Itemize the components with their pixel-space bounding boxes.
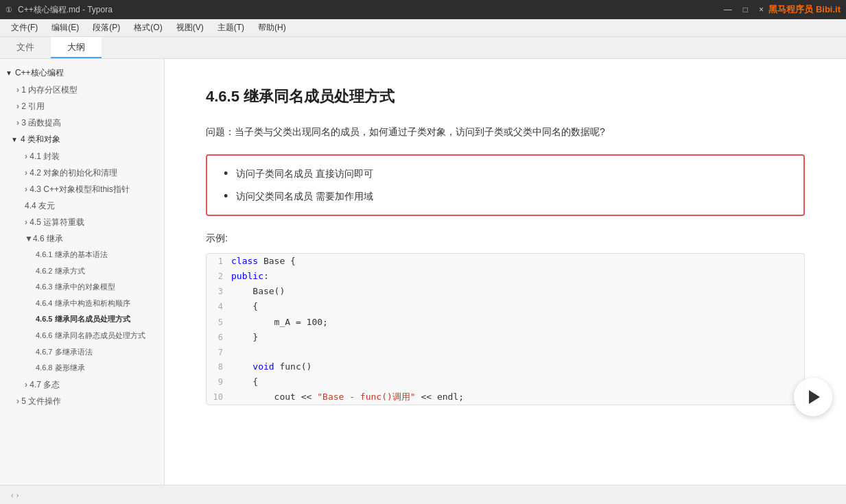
line-content-5: m_A = 100; <box>231 315 328 330</box>
label-3: 3 函数提高 <box>21 118 61 128</box>
titlebar-controls: — □ × <box>724 5 764 14</box>
code-line-1: 1 class Base { <box>207 254 804 269</box>
minimize-button[interactable]: — <box>724 5 732 14</box>
label-2: 2 引用 <box>21 101 45 111</box>
sidebar-item-4-6-7[interactable]: 4.6.7 多继承语法 <box>0 344 164 361</box>
code-line-9: 9 { <box>207 374 804 389</box>
line-content-1: class Base { <box>231 254 296 269</box>
question-text: 问题：当子类与父类出现同名的成员，如何通过子类对象，访问到子类或父类中同名的数据… <box>206 123 805 141</box>
titlebar: ① C++核心编程.md - Typora — □ × 黑马程序员 Bibi.i… <box>0 0 846 19</box>
line-content-10: cout << "Base - func()调用" << endl; <box>231 389 464 405</box>
code-line-8: 8 void func() <box>207 359 804 374</box>
label-4-1: 4.1 封装 <box>30 152 60 161</box>
code-line-7: 7 <box>207 345 804 359</box>
sidebar-item-4-6-6[interactable]: 4.6.6 继承同名静态成员处理方式 <box>0 328 164 344</box>
sidebar-item-4-7[interactable]: › 4.7 多态 <box>0 376 164 393</box>
code-line-10: 10 cout << "Base - func()调用" << endl; <box>207 389 804 405</box>
sidebar: ▼ C++核心编程 › 1 内存分区模型 › 2 引用 › 3 函数提高 ▼ <box>0 59 165 485</box>
bullet-text-1: 访问子类同名成员 直接访问即可 <box>236 168 373 180</box>
sidebar-item-4-3[interactable]: › 4.3 C++对象模型和this指针 <box>0 181 164 197</box>
line-num-6: 6 <box>207 330 231 344</box>
menu-paragraph[interactable]: 段落(P) <box>87 21 126 35</box>
menu-edit[interactable]: 编辑(E) <box>46 21 84 35</box>
sidebar-item-4-6[interactable]: ▼ 4.6 继承 <box>0 230 164 247</box>
label-4-7: 4.7 多态 <box>30 380 60 389</box>
menu-help[interactable]: 帮助(H) <box>252 21 292 35</box>
sidebar-wrapper: ▼ C++核心编程 › 1 内存分区模型 › 2 引用 › 3 函数提高 ▼ <box>0 59 165 485</box>
root-arrow: ▼ <box>5 69 12 77</box>
sidebar-item-4-5[interactable]: › 4.5 运算符重载 <box>0 214 164 230</box>
sidebar-item-3[interactable]: › 3 函数提高 <box>0 115 164 131</box>
bullet-text-2: 访问父类同名成员 需要加作用域 <box>236 191 373 203</box>
line-num-4: 4 <box>207 299 231 313</box>
label-4-6: 4.6 继承 <box>33 232 63 245</box>
sidebar-item-4-6-1[interactable]: 4.6.1 继承的基本语法 <box>0 247 164 263</box>
sidebar-root-label: C++核心编程 <box>15 67 64 79</box>
sidebar-item-4-6-2[interactable]: 4.6.2 继承方式 <box>0 263 164 280</box>
label-5: 5 文件操作 <box>21 396 61 406</box>
line-content-2: public: <box>231 269 269 284</box>
menu-view[interactable]: 视图(V) <box>171 21 209 35</box>
titlebar-logo: 黑马程序员 Bibi.it <box>768 3 841 16</box>
line-num-9: 9 <box>207 374 231 389</box>
label-4-5: 4.5 运算符重载 <box>30 217 84 227</box>
menu-file[interactable]: 文件(F) <box>5 21 43 35</box>
line-num-3: 3 <box>207 284 231 298</box>
menu-format[interactable]: 格式(O) <box>128 21 167 35</box>
label-4-4: 4.4 友元 <box>25 201 55 211</box>
sidebar-content: ▼ C++核心编程 › 1 内存分区模型 › 2 引用 › 3 函数提高 ▼ <box>0 59 164 415</box>
code-block: 1 class Base { 2 public: 3 Base() 4 { 5 … <box>206 253 805 405</box>
close-button[interactable]: × <box>759 5 764 14</box>
sidebar-item-4-4[interactable]: 4.4 友元 <box>0 197 164 214</box>
line-num-10: 10 <box>207 389 231 404</box>
main-layout: ▼ C++核心编程 › 1 内存分区模型 › 2 引用 › 3 函数提高 ▼ <box>0 59 846 485</box>
label-1: 1 内存分区模型 <box>21 85 78 95</box>
sidebar-item-4[interactable]: ▼ 4 类和对象 <box>0 131 164 148</box>
titlebar-title: C++核心编程.md - Typora <box>18 4 113 16</box>
line-content-4: { <box>231 299 258 314</box>
sidebar-item-4-6-5[interactable]: 4.6.5 继承同名成员处理方式 <box>0 311 164 328</box>
play-button[interactable] <box>794 378 832 416</box>
label-4-2: 4.2 对象的初始化和清理 <box>30 168 117 178</box>
bottom-bar: ‹ › <box>0 485 846 504</box>
sidebar-item-4-6-4[interactable]: 4.6.4 继承中构造和析构顺序 <box>0 296 164 312</box>
bullet-item-1: • 访问子类同名成员 直接访问即可 <box>224 167 787 181</box>
bullet-dot-1: • <box>224 167 228 181</box>
sidebar-root[interactable]: ▼ C++核心编程 <box>0 64 164 82</box>
maximize-button[interactable]: □ <box>743 5 748 14</box>
sidebar-item-4-1[interactable]: › 4.1 封装 <box>0 148 164 165</box>
line-num-1: 1 <box>207 254 231 268</box>
line-content-9: { <box>231 374 258 389</box>
section-title: 4.6.5 继承同名成员处理方式 <box>206 86 805 107</box>
tab-file[interactable]: 文件 <box>0 37 51 58</box>
line-content-3: Base() <box>231 284 285 299</box>
tabs-bar: 文件 大纲 <box>0 37 846 59</box>
play-icon <box>809 390 820 404</box>
sidebar-item-4-6-3[interactable]: 4.6.3 继承中的对象模型 <box>0 279 164 296</box>
sidebar-item-5[interactable]: › 5 文件操作 <box>0 393 164 409</box>
bullet-item-2: • 访问父类同名成员 需要加作用域 <box>224 189 787 204</box>
right-arrow[interactable]: › <box>16 491 19 499</box>
sidebar-item-4-6-8[interactable]: 4.6.8 菱形继承 <box>0 360 164 376</box>
sidebar-item-2[interactable]: › 2 引用 <box>0 98 164 115</box>
highlight-box: • 访问子类同名成员 直接访问即可 • 访问父类同名成员 需要加作用域 <box>206 154 805 216</box>
bottom-nav: ‹ › <box>11 491 19 499</box>
content-area: 4.6.5 继承同名成员处理方式 问题：当子类与父类出现同名的成员，如何通过子类… <box>165 59 846 485</box>
label-4-3: 4.3 C++对象模型和this指针 <box>30 184 129 194</box>
label-4: 4 类和对象 <box>21 134 60 145</box>
line-num-5: 5 <box>207 315 231 329</box>
line-content-6: } <box>231 330 258 345</box>
titlebar-icon: ① <box>5 5 12 14</box>
line-num-2: 2 <box>207 269 231 283</box>
menubar: 文件(F) 编辑(E) 段落(P) 格式(O) 视图(V) 主题(T) 帮助(H… <box>0 19 846 37</box>
line-num-8: 8 <box>207 359 231 374</box>
left-arrow[interactable]: ‹ <box>11 491 14 499</box>
menu-theme[interactable]: 主题(T) <box>212 21 250 35</box>
code-line-2: 2 public: <box>207 269 804 284</box>
sidebar-item-1[interactable]: › 1 内存分区模型 <box>0 82 164 98</box>
line-content-8: void func() <box>231 359 312 374</box>
code-line-4: 4 { <box>207 299 804 314</box>
code-line-3: 3 Base() <box>207 284 804 299</box>
tab-outline[interactable]: 大纲 <box>51 37 102 58</box>
sidebar-item-4-2[interactable]: › 4.2 对象的初始化和清理 <box>0 165 164 181</box>
